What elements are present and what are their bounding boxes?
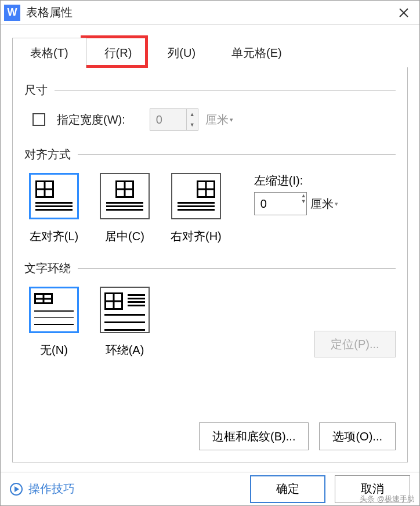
section-divider (55, 90, 396, 91)
tab-table[interactable]: 表格(T) (12, 38, 86, 68)
indent-spinner[interactable]: ▲ ▼ (254, 192, 307, 215)
wrap-none-label: 无(N) (40, 342, 68, 358)
width-spin-up[interactable]: ▲ (187, 109, 198, 120)
section-divider (78, 154, 396, 155)
ok-button[interactable]: 确定 (250, 475, 325, 503)
section-divider (78, 268, 396, 269)
app-icon: W (4, 5, 20, 21)
align-right-option[interactable]: 右对齐(H) (171, 173, 222, 244)
options-button[interactable]: 选项(O)... (319, 422, 396, 450)
wrap-around-label: 环绕(A) (106, 342, 144, 358)
window-title: 表格属性 (26, 5, 392, 20)
close-button[interactable] (392, 1, 416, 25)
tab-row[interactable]: 行(R) (86, 38, 150, 68)
section-wrap-label: 文字环绕 (24, 261, 71, 276)
position-button: 定位(P)... (314, 331, 396, 357)
align-right-label: 右对齐(H) (171, 229, 222, 244)
align-center-option[interactable]: 居中(C) (100, 173, 150, 244)
align-right-icon (171, 173, 221, 219)
specify-width-checkbox[interactable] (32, 113, 45, 126)
align-left-option[interactable]: 左对齐(L) (29, 173, 79, 244)
tips-link[interactable]: 操作技巧 (28, 481, 75, 497)
align-left-label: 左对齐(L) (30, 229, 78, 244)
width-spin-down[interactable]: ▼ (187, 120, 198, 130)
align-left-icon (29, 173, 79, 219)
width-unit-dropdown[interactable]: 厘米▾ (205, 112, 233, 128)
dialog-footer: 操作技巧 确定 取消 头条 @极速手助 (1, 472, 419, 505)
wrap-none-option[interactable]: 无(N) (29, 287, 79, 358)
indent-unit-dropdown[interactable]: 厘米▾ (310, 196, 338, 212)
tab-content-table: 尺寸 指定宽度(W): ▲ ▼ 厘米▾ (12, 67, 408, 462)
align-center-label: 居中(C) (105, 229, 144, 244)
indent-input[interactable] (255, 193, 301, 215)
section-alignment: 对齐方式 左对齐(L) (24, 147, 396, 244)
indent-group: 左缩进(I): ▲ ▼ 厘米▾ (254, 173, 338, 215)
bottom-button-row: 边框和底纹(B)... 选项(O)... (199, 422, 396, 450)
section-size: 尺寸 指定宽度(W): ▲ ▼ 厘米▾ (24, 82, 396, 131)
dialog-body: 表格(T) 行(R) 列(U) 单元格(E) 尺寸 指定宽度(W): (1, 25, 419, 472)
wrap-around-option[interactable]: 环绕(A) (100, 287, 150, 358)
indent-spin-up[interactable]: ▲ (301, 193, 306, 198)
wrap-none-icon (29, 287, 79, 333)
indent-spin-down[interactable]: ▼ (301, 198, 306, 204)
section-size-label: 尺寸 (24, 82, 48, 98)
play-icon[interactable] (10, 483, 23, 496)
borders-button[interactable]: 边框和底纹(B)... (199, 422, 309, 450)
align-center-icon (100, 173, 150, 219)
dialog-window: W 表格属性 表格(T) 行(R) 列(U) 单元格(E) 尺寸 指定宽度(W)… (0, 0, 420, 506)
wrap-around-icon (100, 287, 150, 333)
section-alignment-label: 对齐方式 (24, 147, 71, 162)
watermark: 头条 @极速手助 (360, 494, 415, 504)
tab-bar: 表格(T) 行(R) 列(U) 单元格(E) (12, 38, 408, 68)
specify-width-label: 指定宽度(W): (57, 112, 125, 128)
titlebar: W 表格属性 (1, 1, 419, 25)
tab-cell[interactable]: 单元格(E) (213, 38, 300, 68)
width-input[interactable] (150, 113, 186, 126)
tab-column[interactable]: 列(U) (150, 38, 213, 68)
indent-label: 左缩进(I): (254, 173, 338, 189)
width-spinner[interactable]: ▲ ▼ (150, 109, 198, 131)
